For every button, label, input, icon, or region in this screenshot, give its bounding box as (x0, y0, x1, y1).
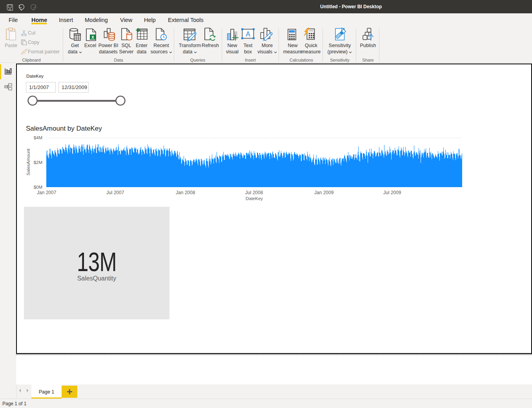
svg-text:X: X (91, 35, 95, 40)
svg-text:A: A (246, 30, 250, 38)
